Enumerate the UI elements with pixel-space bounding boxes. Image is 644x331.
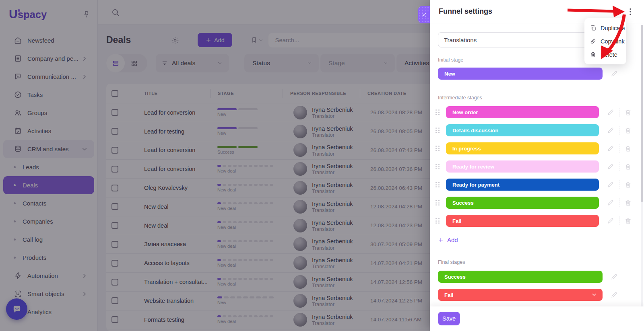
stage-name: New: [444, 71, 455, 77]
intermediate-stage-row: New order: [438, 106, 636, 118]
delete-stage-icon[interactable]: [624, 145, 632, 152]
add-stage-button[interactable]: Add: [438, 236, 466, 243]
intermediate-stage-row: Success: [438, 197, 636, 209]
close-drawer-button[interactable]: [418, 6, 430, 23]
drawer-scrollbar[interactable]: [641, 25, 643, 329]
stage-bar[interactable]: Ready for payment: [446, 179, 599, 191]
stage-bar[interactable]: In progress: [446, 142, 599, 154]
drawer-body: Initial stage New Intermediate stages Ne…: [430, 23, 644, 306]
stage-bar[interactable]: Success: [446, 197, 599, 209]
stage-bar[interactable]: Success: [438, 271, 603, 283]
stage-name: Ready for review: [452, 164, 494, 170]
link-icon: [590, 38, 597, 45]
divider: [619, 144, 619, 153]
menu-item-label: Delete: [601, 51, 617, 58]
delete-stage-icon[interactable]: [624, 127, 632, 134]
delete-stage-icon[interactable]: [624, 181, 632, 189]
intermediate-stage-row: In progress: [438, 142, 636, 154]
drag-handle-icon[interactable]: [436, 146, 440, 151]
edit-stage-icon[interactable]: [610, 291, 618, 299]
menu-item-duplicate[interactable]: Duplicate: [584, 21, 626, 35]
drawer-title: Funnel settings: [439, 7, 492, 16]
drawer-footer: Save: [430, 306, 644, 331]
stage-bar[interactable]: Ready for review: [446, 160, 599, 173]
intermediate-stage-row: Ready for payment: [438, 179, 636, 191]
close-icon: [421, 12, 427, 18]
stage-bar[interactable]: New: [438, 68, 603, 80]
drag-handle-icon[interactable]: [436, 200, 440, 206]
edit-stage-icon[interactable]: [607, 109, 614, 116]
funnel-context-menu: DuplicateCopy linkDelete: [584, 18, 626, 64]
divider: [619, 198, 619, 207]
delete-stage-icon[interactable]: [624, 109, 632, 116]
final-stage-row: Success: [438, 271, 636, 283]
stage-name: New order: [452, 109, 478, 115]
chevron-down-icon: [591, 292, 597, 298]
divider: [619, 216, 619, 225]
duplicate-icon: [590, 25, 597, 31]
divider: [619, 162, 619, 171]
divider: [619, 180, 619, 189]
edit-stage-icon[interactable]: [607, 199, 614, 207]
menu-item-label: Copy link: [601, 38, 625, 45]
page: Uspacy NewsfeedCompany and pe...Communic…: [0, 0, 644, 331]
stage-bar[interactable]: Fail: [446, 215, 599, 227]
stage-name: Fail: [444, 292, 453, 298]
edit-stage-icon[interactable]: [607, 145, 614, 152]
stage-name: In progress: [452, 146, 481, 152]
drag-handle-icon[interactable]: [436, 164, 440, 169]
edit-stage-icon[interactable]: [607, 163, 614, 171]
stage-name: Ready for payment: [452, 182, 500, 188]
intermediate-stages-label: Intermediate stages: [438, 95, 636, 101]
modal-backdrop[interactable]: [0, 0, 430, 331]
initial-stage-row: New: [438, 68, 636, 80]
plus-icon: [438, 237, 444, 243]
delete-stage-icon[interactable]: [624, 199, 632, 207]
edit-stage-icon[interactable]: [607, 181, 614, 189]
divider: [619, 126, 619, 135]
kebab-menu-icon[interactable]: [625, 7, 635, 16]
edit-stage-icon[interactable]: [610, 70, 618, 78]
save-button[interactable]: Save: [438, 312, 460, 325]
stage-name: Fail: [452, 218, 461, 224]
stage-name: Success: [444, 274, 466, 280]
stage-bar[interactable]: New order: [446, 106, 599, 118]
intermediate-stage-row: Fail: [438, 215, 636, 227]
final-stages-label: Final stages: [438, 259, 636, 265]
delete-stage-icon[interactable]: [624, 217, 632, 225]
trash-icon: [590, 51, 597, 58]
drag-handle-icon[interactable]: [436, 182, 440, 187]
stage-bar[interactable]: Details discussion: [446, 124, 599, 136]
menu-item-delete[interactable]: Delete: [584, 48, 626, 61]
drag-handle-icon[interactable]: [436, 127, 440, 133]
intermediate-stage-row: Details discussion: [438, 124, 636, 136]
edit-stage-icon[interactable]: [610, 273, 618, 281]
final-stage-row: Fail: [438, 289, 636, 301]
stage-name: Success: [452, 200, 474, 206]
intermediate-stage-row: Ready for review: [438, 160, 636, 173]
edit-stage-icon[interactable]: [607, 127, 614, 134]
menu-item-label: Duplicate: [601, 25, 625, 31]
edit-stage-icon[interactable]: [607, 217, 614, 225]
menu-item-copy-link[interactable]: Copy link: [584, 35, 626, 48]
stage-bar[interactable]: Fail: [438, 289, 603, 301]
drag-handle-icon[interactable]: [436, 109, 440, 115]
drag-handle-icon[interactable]: [436, 218, 440, 224]
divider: [619, 108, 619, 117]
stage-name: Details discussion: [452, 127, 498, 134]
delete-stage-icon[interactable]: [624, 163, 632, 171]
